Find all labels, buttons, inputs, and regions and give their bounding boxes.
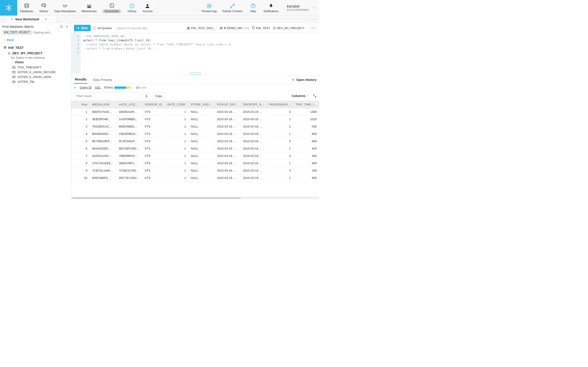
- worksheet-menu-button[interactable]: [310, 25, 317, 31]
- svg-point-33: [313, 28, 314, 28]
- nav-help[interactable]: Help: [245, 0, 261, 15]
- svg-point-16: [9, 52, 9, 52]
- table-row[interactable]: 97CB7D11440...7C56231763...VTS1NULL2015-…: [71, 167, 319, 174]
- schema-icon: [7, 52, 11, 55]
- results-table[interactable]: RowMEDALLIONHACK_LICE...VENDOR_IDRATE_CO…: [71, 101, 319, 197]
- worksheet-content: Run All Queries Saved 20 seconds ago KW_…: [71, 23, 319, 199]
- table-row[interactable]: 8CFA7A51EEE...2683578FC...VTS1NULL2015-0…: [71, 160, 319, 167]
- tab-next-icon[interactable]: [308, 18, 310, 21]
- nav-worksheets[interactable]: Worksheets: [99, 0, 124, 15]
- table-row[interactable]: 184DFA7AAD...04056A4AF...VTS1NULL2015-03…: [71, 108, 319, 116]
- svg-point-23: [187, 27, 188, 28]
- nav-preview-app[interactable]: Preview App: [199, 0, 220, 15]
- tab-current[interactable]: ✔ New Worksheet: [8, 16, 43, 23]
- nav-partner-connect[interactable]: Partner Connect: [220, 0, 245, 15]
- context-schema[interactable]: DEV_MY_PROJECT: [273, 26, 308, 30]
- results-splitter[interactable]: [71, 74, 319, 75]
- search-input[interactable]: [33, 31, 72, 34]
- table-row[interactable]: 37831BDCAC...660E40B91...VTS1NULL2015-03…: [71, 123, 319, 130]
- svg-point-0: [8, 7, 9, 8]
- back-link[interactable]: Back: [0, 36, 71, 44]
- chevron-down-icon: [312, 6, 316, 9]
- snowflake-logo[interactable]: [0, 0, 17, 16]
- tree-view-item[interactable]: VOTER_TBL: [3, 79, 68, 84]
- table-row[interactable]: 20EB29F048...1ADF096B0...VTS1NULL2015-03…: [71, 116, 319, 123]
- results-meta: ✔ Query ID SQL 978ms 10 rows: [71, 84, 319, 91]
- row-count: 10 rows: [136, 86, 147, 89]
- run-button[interactable]: Run: [74, 25, 91, 31]
- svg-rect-26: [221, 28, 221, 28]
- table-row[interactable]: 664A5A535D...80CFBF1081...VTS1NULL2015-0…: [71, 145, 319, 152]
- database-icon: [3, 46, 7, 50]
- column-header[interactable]: DROPOFF_D...: [241, 101, 267, 108]
- svg-rect-8: [110, 4, 114, 7]
- svg-point-12: [230, 7, 232, 8]
- refresh-icon[interactable]: [60, 25, 63, 28]
- expand-icon[interactable]: [313, 94, 317, 98]
- tree-view-item[interactable]: VOTER_K_ANON_VIEW: [3, 75, 68, 79]
- column-header[interactable]: PASSENGER...: [267, 101, 293, 108]
- search-scope-pill[interactable]: KW_TEST...ROJECT: [2, 30, 32, 35]
- tab-prev[interactable]: [0, 16, 8, 23]
- tree-schema[interactable]: DEV_MY_PROJECT: [3, 50, 68, 56]
- tab-menu[interactable]: [50, 16, 57, 23]
- tab-overflow-icon[interactable]: [315, 18, 317, 20]
- svg-point-34: [314, 28, 315, 28]
- column-header[interactable]: TRIP_TIME_I...: [293, 101, 319, 108]
- context-role[interactable]: KW_TEST_DEV_...: [187, 26, 217, 30]
- tab-add[interactable]: +: [43, 16, 50, 23]
- open-history-button[interactable]: Open History: [292, 78, 317, 82]
- svg-point-24: [189, 27, 190, 28]
- table-row[interactable]: 74A970A1ED...75BD96FAC...VTS1NULL2015-03…: [71, 152, 319, 160]
- column-header[interactable]: PICKUP_DAT...: [215, 101, 241, 108]
- object-tree: KW_TEST DEV_MY_PROJECT No Tables in this…: [0, 44, 71, 85]
- collapse-icon[interactable]: [65, 25, 69, 28]
- copy-button[interactable]: Copy: [152, 93, 165, 99]
- tab-results[interactable]: Results: [74, 76, 87, 84]
- column-header[interactable]: MEDALLION: [90, 101, 116, 108]
- all-queries-checkbox[interactable]: All Queries: [93, 26, 112, 30]
- tree-view-item[interactable]: VOTER_K_ANON_SECURE: [3, 70, 68, 75]
- history-icon: [129, 3, 135, 9]
- sql-editor[interactable]: 12345 --USE WAREHOUSE DEMO_WH;select * f…: [71, 33, 319, 74]
- column-header[interactable]: STORE_AND...: [188, 101, 215, 108]
- horizontal-scrollbar[interactable]: [71, 197, 319, 199]
- svg-rect-21: [12, 76, 15, 78]
- account-menu[interactable]: kwrabel ACCOUNTADMIN: [281, 0, 319, 15]
- download-button[interactable]: [142, 92, 150, 99]
- nav-history[interactable]: History: [124, 0, 140, 15]
- filter-input[interactable]: [74, 93, 141, 99]
- sql-link[interactable]: SQL: [95, 86, 101, 89]
- context-database[interactable]: KW_TEST: [251, 26, 270, 30]
- columns-button[interactable]: Columns: [292, 94, 311, 98]
- nav-shares[interactable]: Shares: [36, 0, 52, 15]
- table-row[interactable]: 4B8349AD63...CBA059B16...VTS1NULL2015-03…: [71, 130, 319, 138]
- nav-warehouses[interactable]: Warehouses: [78, 0, 99, 15]
- column-header[interactable]: RATE_CODE: [165, 101, 188, 108]
- view-icon: [12, 71, 16, 74]
- caret-down-icon: [11, 61, 14, 63]
- column-header[interactable]: VENDOR_ID: [142, 101, 165, 108]
- nav-databases[interactable]: Databases: [17, 0, 36, 15]
- search-label: Find database objects: [2, 25, 60, 28]
- status-ok-icon: ✔: [74, 86, 77, 89]
- svg-rect-20: [12, 71, 15, 73]
- query-id-link[interactable]: Query ID: [80, 86, 92, 89]
- context-warehouse[interactable]: DEMO_WH (XS): [219, 26, 249, 30]
- account-icon: [144, 3, 151, 9]
- tree-view-item[interactable]: TAXI_TIMESHIFT: [3, 65, 68, 70]
- table-row[interactable]: 10646C669F5...D5C7E11061...VTS1NULL2015-…: [71, 174, 319, 182]
- column-header[interactable]: HACK_LICE...: [116, 101, 142, 108]
- nav-notifications[interactable]: Notifications: [261, 0, 281, 15]
- tree-views-group[interactable]: Views: [3, 59, 68, 65]
- tab-data-preview[interactable]: Data Preview: [92, 76, 113, 83]
- worksheet-icon: [109, 2, 115, 9]
- nav-account[interactable]: Account: [140, 0, 155, 15]
- shares-icon: [40, 3, 47, 9]
- nav-marketplace[interactable]: Data Marketplace: [52, 0, 78, 15]
- tree-database[interactable]: KW_TEST: [3, 45, 68, 50]
- svg-rect-3: [87, 5, 91, 8]
- bell-icon: [268, 3, 274, 9]
- table-row[interactable]: 58E75B529F5...0C3F0A61F...VTS1NULL2015-0…: [71, 138, 319, 145]
- column-header[interactable]: Row: [71, 101, 90, 108]
